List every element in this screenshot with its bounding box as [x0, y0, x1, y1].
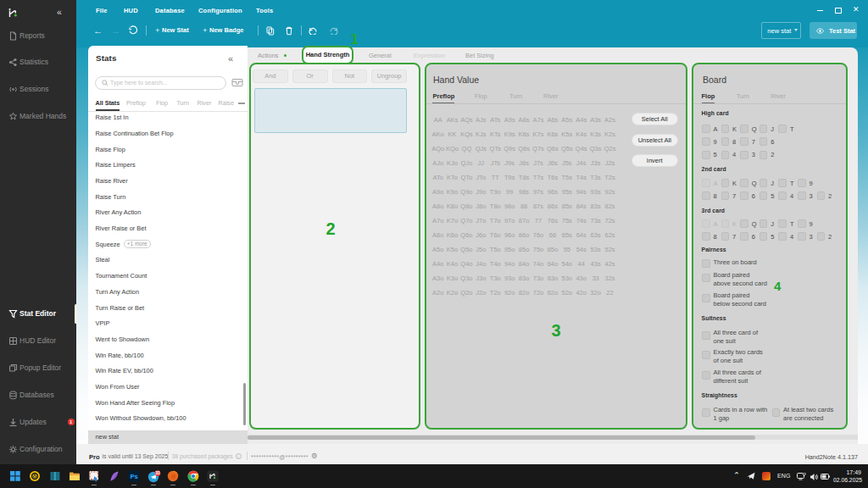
svg-text:33: 33 [155, 471, 160, 475]
svg-text:Ps: Ps [130, 473, 137, 480]
